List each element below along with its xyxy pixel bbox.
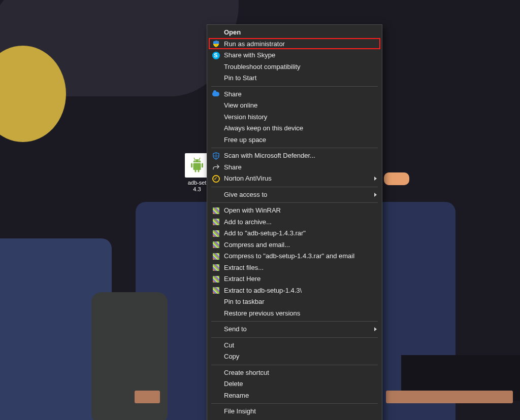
menu-item-properties[interactable]: Properties [207, 417, 382, 421]
svg-line-5 [194, 158, 195, 160]
svg-point-7 [194, 160, 196, 161]
menu-separator [211, 365, 378, 365]
uac-shield-icon [212, 40, 220, 48]
chevron-right-icon [374, 177, 377, 181]
svg-rect-1 [191, 163, 192, 168]
menu-item-send-to[interactable]: Send to [207, 324, 382, 335]
menu-separator [211, 86, 378, 87]
menu-item-view-online[interactable]: View online [207, 100, 382, 112]
menu-item-norton[interactable]: ✓ Norton AntiVirus [207, 173, 382, 185]
menu-item-file-insight[interactable]: File Insight [207, 406, 382, 417]
winrar-icon [212, 252, 220, 260]
winrar-icon [212, 264, 220, 272]
menu-item-free-up[interactable]: Free up space [207, 134, 382, 146]
menu-separator [211, 321, 378, 322]
menu-item-always-keep[interactable]: Always keep on this device [207, 123, 382, 134]
menu-item-share-system[interactable]: Share [207, 162, 382, 173]
menu-item-share-skype[interactable]: S Share with Skype [207, 50, 382, 61]
android-robot-icon [188, 156, 206, 174]
svg-rect-2 [202, 163, 203, 168]
share-icon [212, 163, 220, 171]
menu-item-copy[interactable]: Copy [207, 351, 382, 363]
menu-separator [211, 187, 378, 187]
svg-rect-0 [193, 163, 201, 170]
winrar-icon [212, 287, 220, 295]
defender-shield-icon [212, 152, 220, 160]
menu-item-pin-start[interactable]: Pin to Start [207, 73, 382, 84]
svg-rect-4 [198, 169, 200, 172]
desktop[interactable]: adb-set 4.3 Open Run as administrator S … [0, 0, 520, 420]
menu-item-open-winrar[interactable]: Open with WinRAR [207, 205, 382, 217]
menu-separator [211, 148, 378, 148]
winrar-icon [212, 206, 220, 215]
menu-item-rename[interactable]: Rename [207, 390, 382, 402]
menu-item-run-as-admin[interactable]: Run as administrator [207, 39, 382, 50]
menu-item-add-archive[interactable]: Add to archive... [207, 217, 382, 228]
menu-item-extract-here[interactable]: Extract Here [207, 273, 382, 285]
android-icon [185, 153, 209, 178]
menu-item-version-history[interactable]: Version history [207, 112, 382, 123]
svg-line-6 [199, 158, 200, 160]
menu-item-delete[interactable]: Delete [207, 378, 382, 390]
winrar-icon [212, 218, 220, 226]
context-menu: Open Run as administrator S Share with S… [207, 24, 382, 420]
cloud-icon [212, 90, 220, 98]
menu-item-restore-prev[interactable]: Restore previous versions [207, 308, 382, 320]
winrar-icon [212, 275, 220, 283]
winrar-icon [212, 229, 220, 237]
menu-item-compress-to-email[interactable]: Compress to "adb-setup-1.4.3.rar" and em… [207, 251, 382, 262]
menu-item-extract-files[interactable]: Extract files... [207, 262, 382, 274]
wallpaper-shape [384, 172, 409, 185]
menu-item-extract-to[interactable]: Extract to adb-setup-1.4.3\ [207, 285, 382, 297]
skype-icon: S [212, 51, 220, 59]
menu-item-cut[interactable]: Cut [207, 340, 382, 352]
svg-point-8 [199, 160, 200, 161]
menu-item-add-to-rar[interactable]: Add to "adb-setup-1.4.3.rar" [207, 228, 382, 239]
norton-icon: ✓ [212, 174, 220, 183]
menu-item-open[interactable]: Open [207, 27, 382, 39]
menu-separator [211, 403, 378, 404]
menu-item-give-access[interactable]: Give access to [207, 189, 382, 201]
chevron-right-icon [374, 327, 377, 331]
menu-item-scan-defender[interactable]: Scan with Microsoft Defender... [207, 150, 382, 162]
menu-separator [211, 337, 378, 338]
wallpaper-shape [386, 391, 513, 403]
menu-item-share-onedrive[interactable]: Share [207, 89, 382, 100]
menu-item-compress-email[interactable]: Compress and email... [207, 239, 382, 251]
menu-separator [211, 202, 378, 203]
svg-rect-3 [195, 169, 197, 172]
winrar-icon [212, 241, 220, 249]
chevron-right-icon [374, 193, 377, 197]
menu-item-create-shortcut[interactable]: Create shortcut [207, 367, 382, 379]
menu-item-pin-taskbar[interactable]: Pin to taskbar [207, 296, 382, 308]
menu-item-troubleshoot[interactable]: Troubleshoot compatibility [207, 61, 382, 73]
wallpaper-shape [135, 391, 160, 403]
